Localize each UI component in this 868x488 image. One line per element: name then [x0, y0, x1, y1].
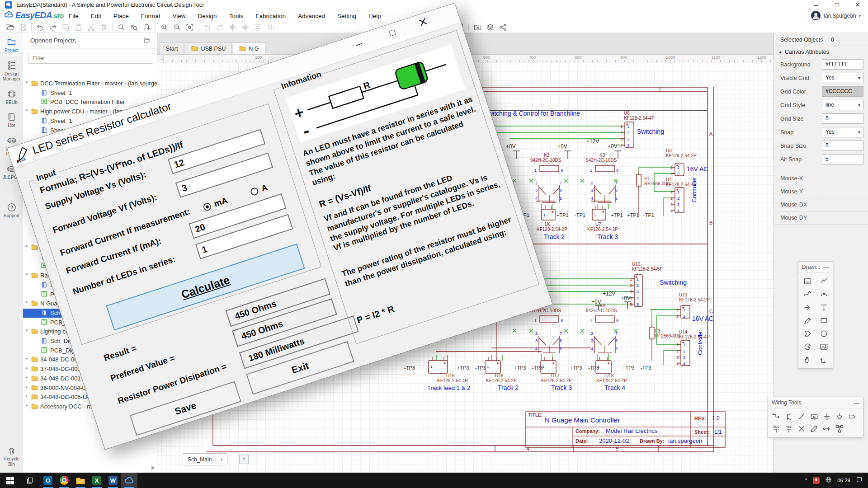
sidebar-item-recycle-bin[interactable]: Recycle Bin: [0, 442, 23, 470]
toolbar-share-button[interactable]: [496, 22, 509, 33]
wiring-tool-vcc[interactable]: VCC: [770, 422, 783, 435]
add-sheet-button[interactable]: +: [239, 455, 249, 464]
drawing-tool-bezier[interactable]: [799, 288, 816, 301]
menu-item-view[interactable]: View: [173, 13, 186, 19]
toolbar-crossprobe-button[interactable]: [140, 22, 153, 33]
menu-item-format[interactable]: Format: [141, 13, 160, 19]
drawing-tool-polyline[interactable]: [816, 275, 832, 288]
attr-select-grid-style[interactable]: line: [822, 100, 863, 110]
attr-input-grid-color[interactable]: #CCCCCC: [822, 86, 863, 97]
tree-caret-icon[interactable]: ▾: [26, 244, 28, 249]
canvas-attributes-header[interactable]: ◢ Canvas Attributes: [774, 46, 868, 58]
drawing-tool-hand[interactable]: [799, 353, 816, 366]
wiring-tool-probe[interactable]: [808, 422, 821, 435]
sidebar-item-designmgr[interactable]: Design Manager: [0, 56, 23, 85]
tree-row[interactable]: Sheet_1: [23, 89, 157, 98]
sidebar-item-eelib[interactable]: EELib: [0, 85, 23, 108]
tree-caret-icon[interactable]: ▸: [26, 356, 28, 361]
attr-input-snap-size[interactable]: 5: [822, 141, 863, 151]
wiring-tool-wire[interactable]: [770, 410, 783, 422]
drawing-tool-ellipse[interactable]: [816, 327, 832, 340]
toolbar-cut-button[interactable]: [85, 22, 97, 33]
tree-row[interactable]: ▾DCC Termination Filter - master - (ian.…: [23, 79, 157, 88]
taskbar-app-outlook[interactable]: O: [40, 473, 56, 488]
wiring-tool-noconnect[interactable]: [795, 422, 808, 435]
taskbar-app-chrome[interactable]: [56, 473, 72, 488]
toolbar-zoomin-button[interactable]: [158, 22, 170, 33]
toolbar-fit-button[interactable]: [183, 22, 196, 33]
tab-start[interactable]: Start: [160, 42, 184, 54]
toolbar-flipv-button[interactable]: [239, 22, 251, 33]
tab-usb-psu[interactable]: USB PSU: [185, 42, 232, 54]
menu-item-tools[interactable]: Tools: [229, 13, 244, 19]
projects-filter-input[interactable]: [28, 53, 153, 64]
drawing-tool-text[interactable]: [816, 301, 832, 314]
menu-item-place[interactable]: Place: [113, 13, 129, 19]
task-view-button[interactable]: [20, 473, 40, 488]
toolbar-copy-button[interactable]: [59, 22, 72, 33]
sheet-tab[interactable]: Sch_Main ... ▾: [183, 453, 227, 465]
wiring-tool-earth[interactable]: [833, 410, 846, 422]
tree-caret-icon[interactable]: ▾: [26, 80, 28, 84]
wiring-tool-v5[interactable]: +5V: [783, 422, 795, 435]
drawing-tool-frame[interactable]: [799, 275, 816, 288]
notification-center-icon[interactable]: [856, 476, 863, 485]
tree-caret-icon[interactable]: ▾: [26, 328, 28, 333]
drawing-palette-minimize-button[interactable]: —: [823, 264, 829, 271]
window-close-button[interactable]: ×: [849, 0, 866, 10]
drawing-tool-pie[interactable]: [799, 340, 816, 353]
toolbar-redo-button[interactable]: [47, 22, 59, 33]
toolbar-zoomout-button[interactable]: [170, 22, 183, 33]
toolbar-paste-button[interactable]: [72, 22, 85, 33]
drawing-tool-arc[interactable]: [816, 288, 832, 301]
projects-folder-icon[interactable]: [143, 37, 151, 46]
toolbar-alignh-button[interactable]: [251, 22, 264, 33]
start-button[interactable]: [0, 473, 20, 488]
taskbar-app-explorer[interactable]: [72, 473, 89, 488]
wiring-tool-netport[interactable]: [833, 422, 846, 435]
toolbar-searchset-button[interactable]: [127, 22, 140, 33]
drawing-tool-pencil[interactable]: [799, 314, 816, 327]
menu-item-fabrication[interactable]: Fabrication: [255, 13, 286, 19]
toolbar-fliph-button[interactable]: [226, 22, 239, 33]
toolbar-layers-button[interactable]: [484, 22, 496, 33]
wiring-tool-busentry[interactable]: [795, 410, 808, 422]
menu-item-edit[interactable]: Edit: [91, 13, 101, 19]
drawing-tool-polygon[interactable]: [799, 327, 816, 340]
user-area[interactable]: Ian.Spurgeon ▾: [811, 11, 861, 20]
wiring-tool-bus[interactable]: [783, 410, 795, 422]
sidebar-item-lib[interactable]: Libr: [0, 108, 23, 131]
drawing-tool-image[interactable]: [816, 340, 832, 353]
taskbar-app-easyeda[interactable]: [121, 473, 137, 488]
wiring-tool-pin[interactable]: 1: [821, 422, 833, 435]
drawing-tool-arrow[interactable]: [799, 301, 816, 314]
toolbar-undo-button[interactable]: [34, 22, 47, 33]
attr-select-visible-grid[interactable]: Yes: [822, 73, 863, 83]
wiring-palette-minimize-button[interactable]: —: [854, 399, 859, 406]
wiring-tool-gnd[interactable]: [821, 410, 833, 422]
tree-caret-icon[interactable]: ▾: [26, 272, 28, 277]
menu-item-file[interactable]: File: [69, 13, 79, 19]
attr-input-grid-size[interactable]: 5: [822, 113, 863, 124]
toolbar-open-button[interactable]: [4, 22, 16, 33]
sidebar-item-project[interactable]: Project: [0, 33, 23, 56]
toolbar-alignv-button[interactable]: [264, 22, 277, 33]
sidebar-item-support[interactable]: ?Support: [0, 198, 23, 222]
tree-caret-icon[interactable]: ▾: [26, 108, 28, 113]
drawing-tool-axes[interactable]: [816, 353, 832, 366]
toolbar-rotr-button[interactable]: [213, 22, 226, 33]
attr-input-alt-snap[interactable]: 5: [822, 154, 863, 164]
dialog-close-button[interactable]: ✕: [412, 13, 434, 33]
attr-input-background[interactable]: #FFFFFF: [822, 59, 863, 70]
panel-collapse-arrow[interactable]: ▶: [151, 465, 155, 470]
taskbar-clock[interactable]: 06:29: [837, 478, 850, 483]
tree-caret-icon[interactable]: ▸: [26, 366, 28, 370]
toolbar-search-button[interactable]: [115, 22, 127, 33]
wiring-tool-port[interactable]: [846, 410, 859, 422]
tab-n-g[interactable]: N G: [233, 42, 265, 54]
tray-app-badge-icon[interactable]: [813, 477, 820, 484]
tree-caret-icon[interactable]: ▸: [26, 403, 28, 408]
tree-caret-icon[interactable]: ▾: [26, 300, 28, 305]
dialog-minimize-button[interactable]: –: [348, 34, 370, 54]
toolbar-rotl-button[interactable]: [201, 22, 213, 33]
